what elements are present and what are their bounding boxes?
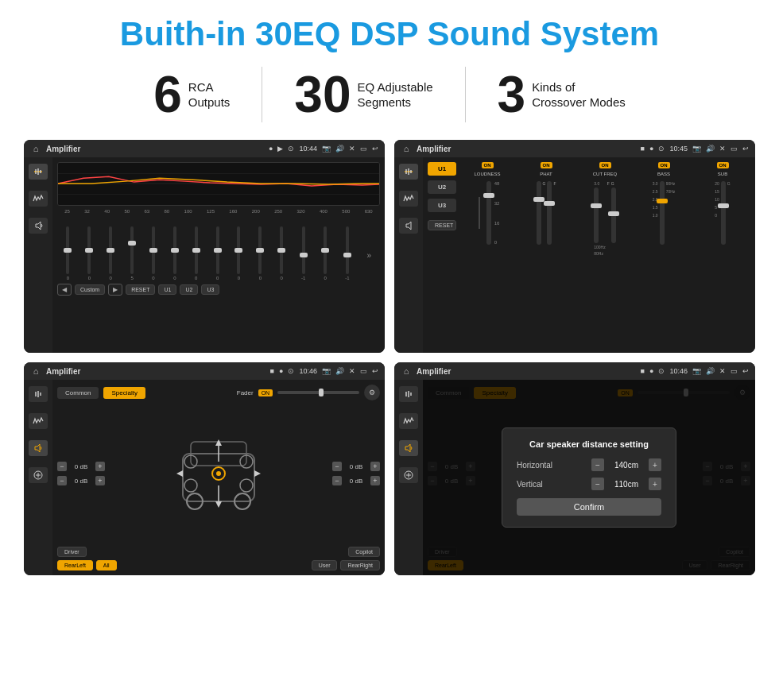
eq-next-btn[interactable]: ▶ — [108, 284, 122, 296]
sidebar2-wave-btn[interactable] — [399, 191, 418, 207]
camera-icon-4[interactable]: 📷 — [692, 367, 701, 375]
volume-icon-2[interactable]: 🔊 — [706, 145, 715, 153]
dot2-icon-4: ● — [649, 367, 653, 375]
sidebar4-expand-btn[interactable] — [399, 467, 418, 483]
sub-slider[interactable] — [721, 181, 726, 245]
cross-tab-specialty[interactable]: Specialty — [103, 387, 145, 399]
db-plus-2[interactable]: + — [370, 462, 380, 471]
db-plus-3[interactable]: + — [370, 476, 380, 485]
eq-u1-btn[interactable]: U1 — [158, 284, 176, 295]
cutfreq-slider-f[interactable] — [594, 188, 599, 243]
amp2-reset-btn[interactable]: RESET — [428, 220, 456, 230]
sidebar3-eq-btn[interactable] — [29, 386, 48, 402]
sidebar4-eq-btn[interactable] — [399, 386, 418, 402]
amp2-u1-btn[interactable]: U1 — [428, 162, 456, 176]
stat-eq: 30 EQ Adjustable Segments — [262, 69, 464, 120]
horizontal-controls: − 140cm + — [591, 458, 661, 471]
home-icon[interactable]: ⌂ — [30, 143, 41, 154]
eq-u3-btn[interactable]: U3 — [201, 284, 219, 295]
all-btn[interactable]: All — [96, 560, 117, 570]
home-icon-2[interactable]: ⌂ — [401, 143, 412, 154]
bass-slider[interactable] — [660, 181, 665, 245]
home-icon-3[interactable]: ⌂ — [30, 365, 41, 377]
sidebar2-speaker-btn[interactable] — [399, 218, 418, 234]
settings-btn[interactable]: ⚙ — [364, 385, 380, 400]
close-icon-2[interactable]: ✕ — [719, 145, 726, 153]
volume-icon-3[interactable]: 🔊 — [335, 367, 344, 375]
minimize-icon-3[interactable]: ▭ — [360, 367, 367, 375]
amp2-u2-btn[interactable]: U2 — [428, 180, 456, 194]
eq-graph — [57, 162, 380, 206]
horizontal-plus-btn[interactable]: + — [649, 458, 661, 471]
fader-slider[interactable] — [277, 391, 359, 394]
camera-icon-3[interactable]: 📷 — [322, 367, 331, 375]
close-icon-3[interactable]: ✕ — [349, 367, 355, 375]
db-minus-0[interactable]: − — [57, 462, 67, 471]
eq-slider-13: -1 — [345, 226, 349, 280]
minimize-icon-4[interactable]: ▭ — [731, 367, 738, 375]
sidebar3-wave-btn[interactable] — [29, 413, 48, 429]
amp2-bass-channel: ON BASS 3.0 2.5 2.0 1.5 1.0 — [636, 162, 692, 256]
db-minus-1[interactable]: − — [57, 476, 67, 485]
phat-header: ON — [541, 162, 552, 168]
loudness-label: LOUDNESS — [474, 172, 500, 176]
cutfreq-label: CUT FREQ — [593, 172, 618, 176]
db-minus-2[interactable]: − — [332, 462, 342, 471]
phat-slider-g[interactable] — [537, 181, 541, 245]
minimize-icon-2[interactable]: ▭ — [731, 145, 738, 153]
sidebar-wave-btn[interactable] — [29, 191, 48, 207]
eq-slider-0: 0 — [66, 226, 69, 280]
eq-custom-btn[interactable]: Custom — [75, 284, 105, 295]
cross-tab-common[interactable]: Common — [57, 387, 99, 399]
sidebar3-speaker-btn[interactable] — [29, 440, 48, 456]
sidebar4-speaker-btn[interactable] — [399, 440, 418, 456]
minimize-icon[interactable]: ▭ — [360, 145, 367, 153]
db-plus-0[interactable]: + — [95, 462, 105, 471]
home-icon-4[interactable]: ⌂ — [401, 365, 412, 377]
screen2-content: U1 U2 U3 RESET ON LOU — [394, 157, 755, 353]
db-minus-3[interactable]: − — [332, 476, 342, 485]
sidebar3-expand-btn[interactable] — [29, 467, 48, 483]
camera-icon-2[interactable]: 📷 — [692, 145, 701, 153]
back-icon[interactable]: ↩ — [372, 145, 378, 153]
db-plus-1[interactable]: + — [95, 476, 105, 485]
rearright-btn[interactable]: RearRight — [340, 560, 380, 570]
back-icon-4[interactable]: ↩ — [742, 367, 749, 375]
screen1-content: 25 32 40 50 63 80 100 125 160 200 250 32… — [24, 157, 385, 353]
driver-btn[interactable]: Driver — [57, 547, 87, 557]
eq-prev-btn[interactable]: ◀ — [57, 284, 72, 296]
back-icon-3[interactable]: ↩ — [372, 367, 378, 375]
db-value-2: 0 dB — [345, 463, 367, 470]
dialog-vertical-row: Vertical − 110cm + — [517, 478, 661, 490]
vertical-plus-btn[interactable]: + — [649, 478, 661, 490]
close-icon-4[interactable]: ✕ — [719, 367, 726, 375]
user-btn[interactable]: User — [312, 560, 338, 570]
crossover-bottom-row2: RearLeft All User RearRight — [57, 560, 380, 570]
sidebar4-wave-btn[interactable] — [399, 413, 418, 429]
volume-icon-4[interactable]: 🔊 — [706, 367, 715, 375]
camera-icon[interactable]: 📷 — [322, 145, 331, 153]
close-icon[interactable]: ✕ — [349, 145, 355, 153]
eq-reset-btn[interactable]: RESET — [126, 284, 155, 295]
loudness-slider[interactable] — [486, 181, 491, 245]
confirm-button[interactable]: Confirm — [517, 498, 661, 516]
amp2-channels-area: U1 U2 U3 RESET ON LOU — [428, 162, 750, 256]
fader-on-btn[interactable]: ON — [258, 389, 273, 396]
copilot-btn[interactable]: Copilot — [348, 547, 380, 557]
rearleft-btn[interactable]: RearLeft — [57, 560, 93, 570]
back-icon-2[interactable]: ↩ — [742, 145, 749, 153]
horizontal-minus-btn[interactable]: − — [591, 458, 604, 471]
sidebar-eq-btn[interactable] — [29, 164, 48, 180]
eq-u2-btn[interactable]: U2 — [180, 284, 198, 295]
volume-icon[interactable]: 🔊 — [335, 145, 344, 153]
vertical-minus-btn[interactable]: − — [591, 478, 604, 490]
phat-slider-f[interactable] — [547, 181, 552, 245]
loudness-header: ON — [482, 162, 494, 168]
play-icon[interactable]: ▶ — [277, 145, 283, 153]
sidebar2-eq-btn[interactable] — [399, 164, 418, 180]
eq-slider-5: 0 — [173, 226, 176, 280]
cutfreq-slider-g[interactable] — [611, 188, 616, 243]
amp2-u3-btn[interactable]: U3 — [428, 199, 456, 212]
sub-label: SUB — [718, 172, 727, 176]
sidebar-speaker-btn[interactable] — [29, 218, 48, 234]
